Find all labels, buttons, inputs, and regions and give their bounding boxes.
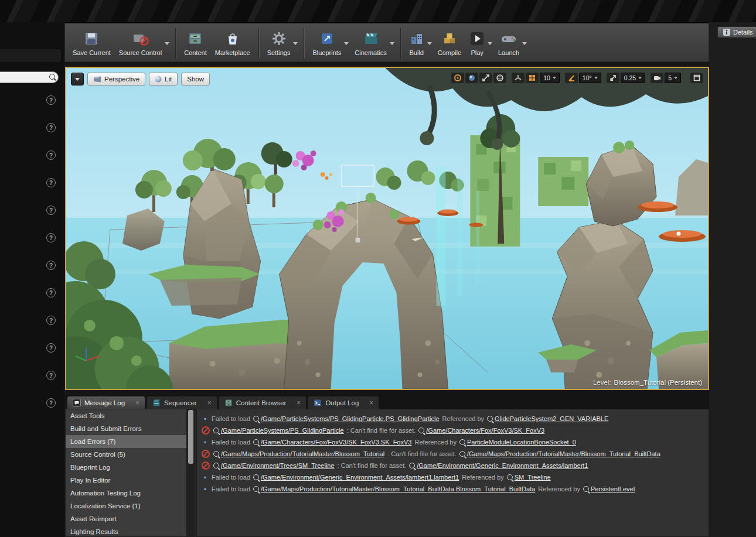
close-icon[interactable]: × [135,399,139,406]
viewport-3d-scene[interactable] [66,68,708,389]
asset-reference[interactable]: /Game/Maps/Production/TutorialMaster/Blo… [459,450,660,457]
message-category-item[interactable]: Automation Testing Log [66,487,186,500]
asset-link[interactable]: PersistentLevel [591,485,635,492]
magnifier-icon [253,486,259,492]
asset-link[interactable]: /Game/ParticleSystems/PS_GlidingParticle… [261,415,439,422]
asset-link[interactable]: SM_Treeline [515,474,551,481]
log-entry: •Failed to load /Game/Maps/Production/Tu… [202,483,704,495]
message-category-item[interactable]: Load Errors (7) [66,435,186,448]
blueprints-dropdown-icon[interactable] [344,42,349,45]
cinematics-icon [363,30,379,47]
asset-link[interactable]: ParticleModuleLocationBoneSocket_0 [467,439,576,446]
launch-dropdown-icon[interactable] [522,42,527,45]
asset-reference[interactable]: /Game/ParticleSystems/PS_GlidingParticle [213,427,344,434]
asset-reference[interactable]: /Game/Environment/Trees/SM_Treeline [213,462,335,469]
message-category-item[interactable]: Asset Reimport [66,512,186,525]
snap-plane-icon[interactable] [512,73,525,83]
compile-button[interactable]: Compile [434,29,465,58]
tab-sequencer[interactable]: Sequencer × [147,396,217,409]
asset-link[interactable]: GlideParticleSystem2_GEN_VARIABLE [495,415,608,422]
asset-reference[interactable]: /Game/ParticleSystems/PS_GlidingParticle… [253,415,439,422]
search-input[interactable] [0,71,59,83]
settings-dropdown-icon[interactable] [293,42,298,45]
asset-reference[interactable]: /Game/Maps/Production/TutorialMaster/Blo… [213,450,384,457]
close-icon[interactable]: × [297,399,301,406]
lit-button[interactable]: Lit [149,73,178,85]
asset-link[interactable]: /Game/Environment/Generic_Environment_As… [417,462,588,469]
asset-link[interactable]: /Game/Maps/Production/TutorialMaster/Blo… [261,485,535,492]
camera-speed-icon[interactable] [651,73,663,83]
build-dropdown-icon[interactable] [427,42,432,45]
scale-snap-value[interactable]: 0.25 [621,73,645,83]
camera-speed-value[interactable]: 5 [665,73,681,83]
surface-snap-icon[interactable] [451,73,464,83]
build-button[interactable]: Build [405,29,428,58]
message-category-item[interactable]: Build and Submit Errors [66,422,186,435]
left-rail: ???????????? [0,22,64,537]
asset-link[interactable]: /Game/Characters/Fox/FoxV3/SK_FoxV3 [426,427,544,434]
pilot-actor-icon[interactable] [465,73,478,83]
left-collapsed-tab[interactable] [0,49,61,62]
close-icon[interactable]: × [369,399,373,406]
asset-reference[interactable]: GlideParticleSystem2_GEN_VARIABLE [487,415,608,422]
play-button[interactable]: Play [465,29,489,58]
perspective-button[interactable]: Perspective [87,73,145,85]
message-category-item[interactable]: Play In Editor [66,474,186,487]
asset-reference[interactable]: PersistentLevel [583,485,635,492]
asset-reference[interactable]: /Game/Environment/Generic_Environment_As… [409,462,588,469]
asset-reference[interactable]: ParticleModuleLocationBoneSocket_0 [459,439,576,446]
output-log-icon [314,399,322,407]
asset-link[interactable]: /Game/Environment/Generic_Environment_As… [261,474,459,481]
message-category-item[interactable]: Lighting Results [66,525,186,537]
build-label: Build [409,49,423,56]
asset-link[interactable]: /Game/Characters/Fox/FoxV3/SK_FoxV3.SK_F… [261,439,411,446]
log-text: Failed to load [212,439,250,446]
viewport-options-dropdown[interactable] [71,73,84,85]
toolbar-separator [400,29,401,58]
asset-link[interactable]: /Game/Maps/Production/TutorialMaster/Blo… [467,450,660,457]
message-category-item[interactable]: Asset Tools [66,409,186,422]
asset-reference[interactable]: /Game/Environment/Generic_Environment_As… [253,474,459,481]
tab-label: Output Log [325,399,359,406]
close-icon[interactable]: × [207,399,212,406]
settings-button[interactable]: Settings [263,29,295,58]
scrollbar-thumb[interactable] [188,410,193,464]
world-coordinate-icon[interactable] [493,73,506,83]
asset-reference[interactable]: SM_Treeline [507,474,551,481]
expand-transform-icon[interactable] [479,73,492,83]
categories-scrollbar[interactable] [187,409,195,537]
scale-snap-icon[interactable] [607,73,619,83]
play-dropdown-icon[interactable] [488,42,492,45]
source-control-dropdown-icon[interactable] [165,42,169,45]
source-control-button[interactable]: Source Control [115,29,166,58]
content-button[interactable]: Content [180,29,211,58]
asset-link[interactable]: /Game/Environment/Trees/SM_Treeline [221,462,335,469]
cinematics-button[interactable]: Cinematics [350,29,390,58]
cinematics-dropdown-icon[interactable] [390,42,394,45]
launch-button[interactable]: Launch [494,29,523,58]
save-current-button[interactable]: Save Current [69,29,115,58]
asset-reference[interactable]: /Game/Characters/Fox/FoxV3/SK_FoxV3 [418,427,544,434]
show-button[interactable]: Show [181,73,210,85]
grid-snap-icon[interactable] [526,73,539,83]
message-category-item[interactable]: Blueprint Log [66,461,186,474]
message-category-item[interactable]: Localization Service (1) [66,500,186,512]
level-viewport[interactable]: Perspective Lit Show 10 10° 0.25 5 Level… [65,67,709,390]
asset-link[interactable]: /Game/Maps/Production/TutorialMaster/Blo… [221,450,384,457]
asset-reference[interactable]: /Game/Maps/Production/TutorialMaster/Blo… [253,485,535,492]
blueprints-button[interactable]: Blueprints [308,29,345,58]
rotation-snap-icon[interactable] [565,73,578,83]
tab-content-browser[interactable]: Content Browser × [219,396,307,409]
tab-output-log[interactable]: Output Log × [308,396,379,409]
marketplace-button[interactable]: Marketplace [211,29,254,58]
grid-snap-value[interactable]: 10 [540,73,560,83]
asset-reference[interactable]: /Game/Characters/Fox/FoxV3/SK_FoxV3.SK_F… [253,439,411,446]
maximize-viewport-icon[interactable] [690,73,703,83]
compile-icon [442,30,457,47]
message-category-item[interactable]: Source Control (5) [66,448,186,461]
tab-message-log[interactable]: Message Log × [67,396,145,409]
asset-link[interactable]: /Game/ParticleSystems/PS_GlidingParticle [221,427,344,434]
tab-details[interactable]: Details [717,26,756,37]
rotation-snap-value[interactable]: 10° [579,73,601,83]
right-rail: Details [709,22,756,537]
